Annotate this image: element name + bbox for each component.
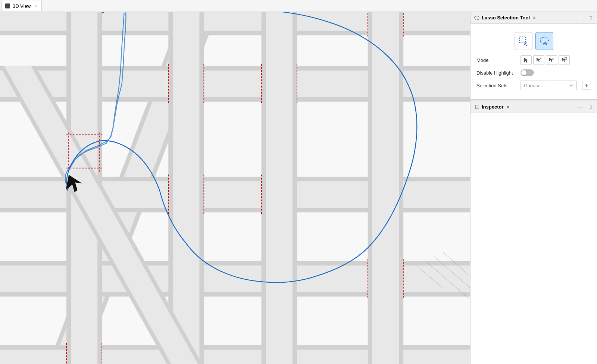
selection-sets-label: Selection Sets — [476, 83, 518, 88]
toggle-track — [521, 69, 534, 76]
road-network-svg — [0, 12, 470, 364]
mode-row: Mode — [476, 55, 591, 65]
svg-marker-58 — [524, 58, 528, 63]
rect-select-btn[interactable] — [515, 32, 532, 50]
svg-marker-56 — [523, 43, 528, 46]
lasso-select-btn[interactable] — [535, 32, 553, 50]
lasso-tool-panel: Lasso Selection Tool × — □ — [471, 12, 597, 100]
inspector-maximize-btn[interactable]: □ — [587, 103, 593, 110]
lasso-tool-header: Lasso Selection Tool × — □ — [471, 12, 597, 24]
svg-marker-25 — [266, 12, 293, 364]
inspector-body — [471, 119, 597, 364]
mode-label: Mode — [476, 57, 518, 63]
mode-buttons — [521, 55, 570, 65]
disable-highlight-toggle[interactable] — [521, 69, 534, 76]
svg-marker-23 — [173, 12, 199, 364]
svg-marker-57 — [543, 42, 547, 46]
svg-rect-65 — [565, 57, 567, 59]
lasso-icons-row — [476, 28, 591, 55]
svg-marker-27 — [372, 12, 399, 364]
svg-line-54 — [478, 16, 478, 16]
tab-3d-view[interactable]: ⬛ 3D View × — [1, 1, 42, 11]
tab-label: 3D View — [13, 3, 31, 9]
inspector-close-btn[interactable]: × — [507, 104, 510, 110]
lasso-tool-body: Mode — [471, 24, 597, 99]
lasso-minimize-btn[interactable]: — — [576, 14, 584, 21]
inspector-controls: — □ — [576, 103, 593, 110]
mode-add-btn[interactable] — [533, 55, 544, 65]
mode-subtract-btn[interactable] — [546, 55, 557, 65]
inspector-icon — [474, 104, 479, 110]
selection-sets-row: Selection Sets Choose... + — [476, 81, 591, 90]
lasso-tool-title: Lasso Selection Tool — [482, 15, 530, 21]
mode-replace-btn[interactable] — [559, 55, 570, 65]
add-selection-set-btn[interactable]: + — [582, 81, 591, 90]
svg-rect-55 — [519, 37, 525, 43]
toggle-knob — [521, 70, 526, 75]
selection-sets-value: Choose... — [524, 83, 545, 88]
tab-close-btn[interactable]: × — [34, 4, 37, 8]
inspector-title: Inspector — [482, 104, 504, 110]
svg-marker-62 — [549, 58, 553, 62]
selection-sets-dropdown[interactable]: Choose... — [521, 81, 577, 90]
disable-highlight-label: Disable Highlight — [476, 70, 518, 76]
inspector-header: Inspector × — □ — [471, 101, 597, 113]
3d-view-icon: ⬛ — [5, 3, 10, 9]
main-layout: — □ — [0, 12, 597, 364]
inspector-panel: Inspector × — □ — [471, 101, 597, 364]
lasso-tool-controls: — □ — [576, 14, 593, 21]
tab-bar: ⬛ 3D View × — [0, 0, 597, 12]
lasso-header-icon — [474, 15, 479, 21]
canvas-area[interactable]: — □ — [0, 12, 470, 364]
lasso-tool-close-btn[interactable]: × — [533, 15, 536, 21]
dropdown-chevron-icon — [569, 83, 573, 88]
svg-marker-59 — [537, 58, 540, 62]
inspector-title-group: Inspector × — [474, 104, 510, 110]
lasso-maximize-btn[interactable]: □ — [587, 14, 593, 21]
mode-select-btn[interactable] — [521, 55, 532, 65]
lasso-tool-title-group: Lasso Selection Tool × — [474, 15, 536, 21]
disable-highlight-row: Disable Highlight — [476, 69, 591, 76]
right-panel: Lasso Selection Tool × — □ — [470, 12, 597, 364]
inspector-divider — [471, 116, 597, 116]
inspector-minimize-btn[interactable]: — — [576, 103, 584, 110]
